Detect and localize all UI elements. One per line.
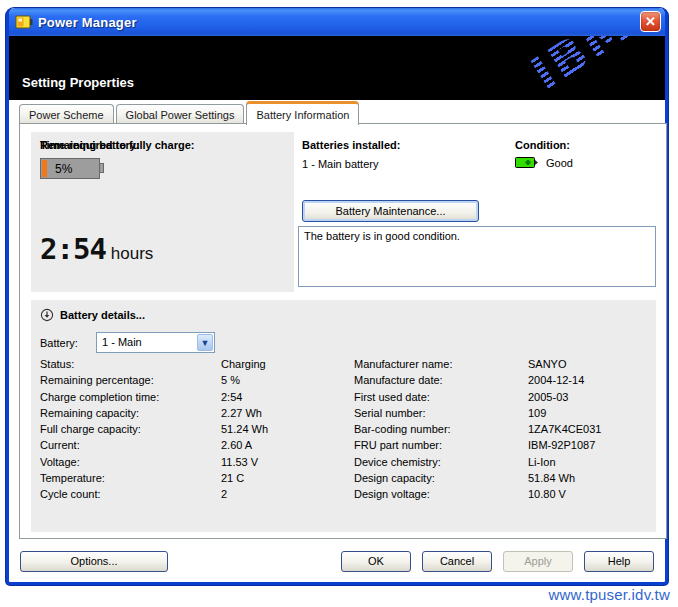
battery-gauge-fill [42,160,47,177]
watermark-url: www.tpuser.idv.tw [549,586,671,603]
detail-row: Temperature:21 C [40,472,350,488]
detail-row: Full charge capacity:51.24 Wh [40,423,350,439]
ibm-logo: IBM [522,36,641,100]
detail-label: Manufacturer name: [354,358,528,374]
detail-label: Status: [40,358,221,374]
battery-information-page: Remaining battery: 5% Time required to f… [19,123,667,539]
detail-value: 11.53 V [221,456,258,472]
detail-value: Li-Ion [528,456,556,472]
detail-row: Remaining capacity:2.27 Wh [40,407,350,423]
detail-value: 10.80 V [528,488,566,504]
detail-value: 2.27 Wh [221,407,262,423]
details-right-column: Manufacturer name:SANYO Manufacture date… [354,358,654,505]
battery-gauge: 5% [40,158,100,179]
chevron-down-icon[interactable]: ▼ [197,334,213,351]
details-left-column: Status:Charging Remaining percentage:5 %… [40,358,350,505]
detail-label: First used date: [354,391,528,407]
detail-value: 2:54 [221,391,242,407]
detail-row: Remaining percentage:5 % [40,374,350,390]
power-manager-window: Power Manager ✕ Setting Properties IBM P… [6,8,668,585]
tab-global-power-settings[interactable]: Global Power Settings [116,104,245,124]
time-to-charge-unit: hours [111,244,154,264]
battery-select-combobox[interactable]: 1 - Main ▼ [96,332,215,353]
detail-value: 2005-03 [528,391,568,407]
detail-label: Temperature: [40,472,221,488]
tab-strip: Power Scheme Global Power Settings Batte… [19,103,361,124]
detail-label: Remaining percentage: [40,374,221,390]
batteries-installed-value: 1 - Main battery [302,158,378,170]
detail-label: Design voltage: [354,488,528,504]
battery-details-title: Battery details... [60,309,145,321]
cancel-button[interactable]: Cancel [422,551,492,572]
battery-app-icon [15,14,33,30]
tab-power-scheme[interactable]: Power Scheme [19,104,114,124]
detail-row: Manufacture date:2004-12-14 [354,374,654,390]
condition-message-box: The battery is in good condition. [298,226,656,287]
battery-details-header: Battery details... [40,308,145,322]
detail-value: 2004-12-14 [528,374,584,390]
detail-label: Full charge capacity: [40,423,221,439]
detail-row: Current:2.60 A [40,439,350,455]
condition-label: Condition: [515,139,570,151]
close-button[interactable]: ✕ [640,11,661,32]
detail-value: SANYO [528,358,567,374]
dialog-button-row: Options... OK Cancel Apply Help [9,550,665,572]
detail-row: Design capacity:51.84 Wh [354,472,654,488]
detail-value: 2.60 A [221,439,252,455]
time-to-charge-label: Time required to fully charge: [40,139,194,151]
detail-label: Device chemistry: [354,456,528,472]
detail-label: Current: [40,439,221,455]
time-to-charge-value: 2:54 [40,232,106,266]
condition-row: Good [515,156,573,169]
detail-value: IBM-92P1087 [528,439,595,455]
detail-value: 5 % [221,374,240,390]
battery-select-label: Battery: [40,337,78,349]
time-to-charge-display: 2:54 hours [40,232,153,266]
options-button[interactable]: Options... [20,551,168,572]
battery-gauge-percent: 5% [55,162,72,176]
detail-value: 1ZA7K4CE031 [528,423,601,439]
tab-battery-information[interactable]: Battery Information [246,101,359,125]
setting-properties-header: Setting Properties IBM [9,36,665,100]
apply-button: Apply [503,551,573,572]
remaining-battery-panel: Remaining battery: 5% Time required to f… [31,132,294,292]
detail-value: 21 C [221,472,244,488]
help-button[interactable]: Help [584,551,654,572]
detail-label: Design capacity: [354,472,528,488]
detail-label: Serial number: [354,407,528,423]
detail-label: Cycle count: [40,488,221,504]
detail-row: FRU part number:IBM-92P1087 [354,439,654,455]
batteries-installed-label: Batteries installed: [302,139,400,151]
detail-label: Manufacture date: [354,374,528,390]
detail-row: Voltage:11.53 V [40,456,350,472]
detail-row: Device chemistry:Li-Ion [354,456,654,472]
detail-value: 51.24 Wh [221,423,268,439]
dialog-client-area: Power Scheme Global Power Settings Batte… [9,100,665,577]
detail-row: Manufacturer name:SANYO [354,358,654,374]
detail-row: Charge completion time:2:54 [40,391,350,407]
collapse-arrow-icon [40,308,54,322]
detail-label: Charge completion time: [40,391,221,407]
dialog-buttons-group: OK Cancel Apply Help [341,551,654,572]
ok-button[interactable]: OK [341,551,411,572]
detail-value: 2 [221,488,227,504]
detail-label: Remaining capacity: [40,407,221,423]
detail-row: First used date:2005-03 [354,391,654,407]
header-title: Setting Properties [22,75,134,90]
battery-details-panel: Battery details... Battery: 1 - Main ▼ S… [31,300,656,532]
window-title: Power Manager [38,15,137,30]
detail-label: FRU part number: [354,439,528,455]
detail-row: Design voltage:10.80 V [354,488,654,504]
detail-row: Bar-coding number:1ZA7K4CE031 [354,423,654,439]
detail-label: Bar-coding number: [354,423,528,439]
detail-label: Voltage: [40,456,221,472]
detail-row: Status:Charging [40,358,350,374]
condition-value: Good [546,157,573,169]
detail-value: 109 [528,407,546,423]
battery-maintenance-button[interactable]: Battery Maintenance... [302,200,479,222]
good-battery-icon [515,156,539,169]
detail-value: 51.84 Wh [528,472,575,488]
detail-row: Serial number:109 [354,407,654,423]
detail-row: Cycle count:2 [40,488,350,504]
battery-select-value: 1 - Main [102,336,142,348]
